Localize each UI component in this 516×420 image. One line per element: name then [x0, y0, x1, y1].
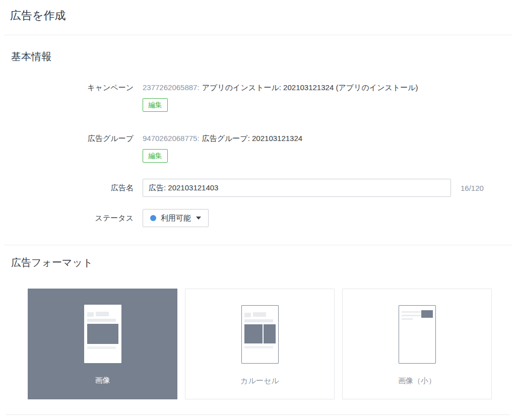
- adgroup-row: 広告グループ 9470262068775:広告グループ: 20210312132…: [10, 133, 506, 163]
- campaign-value-block: 2377262065887:アプリのインストール: 202103121324 (…: [143, 82, 506, 112]
- adname-row: 広告名 16/120: [10, 179, 506, 197]
- image-format-preview-icon: [84, 305, 121, 363]
- divider: [4, 245, 512, 245]
- adname-char-counter: 16/120: [461, 184, 484, 192]
- campaign-label: キャンペーン: [10, 82, 134, 112]
- adgroup-label: 広告グループ: [10, 133, 134, 163]
- status-field: 利用可能: [143, 209, 506, 227]
- basic-info-heading: 基本情報: [11, 50, 506, 63]
- campaign-name: アプリのインストール: 202103121324 (アプリのインストール): [202, 83, 418, 92]
- status-active-dot-icon: [150, 215, 156, 221]
- ad-format-options: 画像 カルーセル: [28, 289, 506, 399]
- status-dropdown[interactable]: 利用可能: [143, 209, 209, 227]
- status-label: ステータス: [10, 209, 134, 227]
- format-card-image-small[interactable]: 画像（小）: [342, 289, 492, 399]
- basic-info-form: キャンペーン 2377262065887:アプリのインストール: 2021031…: [10, 82, 506, 227]
- format-card-image[interactable]: 画像: [28, 289, 177, 399]
- adname-input[interactable]: [143, 179, 451, 197]
- adgroup-value-block: 9470262068775:広告グループ: 202103121324 編集: [143, 133, 506, 163]
- adgroup-id: 9470262068775:: [143, 134, 200, 143]
- ad-format-heading: 広告フォーマット: [11, 256, 506, 269]
- ad-create-page: 広告を作成 基本情報 キャンペーン 2377262065887:アプリのインスト…: [0, 8, 516, 415]
- campaign-value: 2377262065887:アプリのインストール: 202103121324 (…: [143, 82, 506, 93]
- campaign-id: 2377262065887:: [143, 83, 200, 92]
- format-label-image: 画像: [95, 376, 110, 385]
- adgroup-name: 広告グループ: 202103121324: [202, 134, 303, 143]
- campaign-row: キャンペーン 2377262065887:アプリのインストール: 2021031…: [10, 82, 506, 112]
- page-title: 広告を作成: [10, 8, 506, 23]
- format-label-image-small: 画像（小）: [398, 376, 436, 386]
- adgroup-value: 9470262068775:広告グループ: 202103121324: [143, 133, 506, 144]
- campaign-edit-button[interactable]: 編集: [143, 98, 168, 112]
- divider: [6, 414, 510, 415]
- divider: [4, 35, 512, 35]
- adname-field-wrap: 16/120: [143, 179, 506, 197]
- carousel-format-preview-icon: [241, 305, 279, 364]
- adgroup-edit-button[interactable]: 編集: [143, 149, 168, 163]
- format-label-carousel: カルーセル: [240, 376, 279, 386]
- status-row: ステータス 利用可能: [10, 209, 506, 227]
- status-value: 利用可能: [161, 214, 191, 223]
- format-card-carousel[interactable]: カルーセル: [185, 289, 335, 399]
- chevron-down-icon: [196, 217, 201, 220]
- adname-label: 広告名: [10, 179, 134, 197]
- image-small-format-preview-icon: [399, 305, 436, 364]
